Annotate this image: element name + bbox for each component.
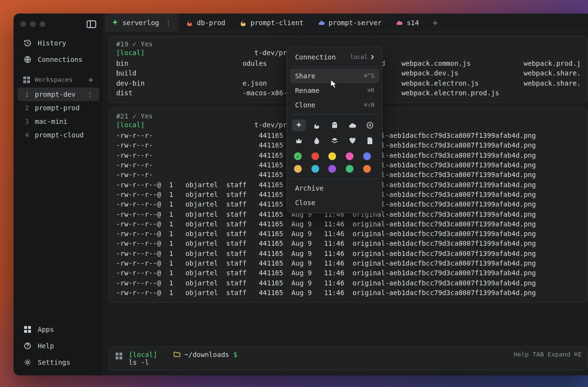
ctx-connection-label: Connection (295, 53, 336, 61)
color-swatch[interactable] (311, 165, 319, 173)
ctx-connection[interactable]: Connection local (290, 50, 379, 64)
sidebar-apps-label: Apps (38, 326, 54, 333)
sidebar: History Connections Workspaces + 1 promp… (14, 14, 103, 375)
ctx-archive[interactable]: Archive (290, 181, 379, 195)
file-icon[interactable] (363, 135, 377, 147)
sidebar-apps[interactable]: Apps (17, 321, 99, 338)
workspace-item[interactable]: 1 prompt-dev⋮ (17, 88, 99, 101)
svg-point-10 (27, 347, 28, 348)
prompt-local: [local] (116, 49, 145, 57)
toggle-sidebar-icon[interactable] (87, 20, 96, 28)
color-swatch[interactable] (363, 152, 371, 160)
command-input-bar[interactable]: [local] ~/downloads $ ls -l Help TAB Exp… (109, 346, 588, 371)
workspaces-header: Workspaces + (17, 68, 99, 88)
workspace-item[interactable]: 3 mac-mini (17, 115, 99, 128)
workspace-list: 1 prompt-dev⋮2 prompt-prod3 mac-mini4 pr… (17, 88, 99, 142)
more-icon[interactable]: ⋮ (87, 90, 93, 98)
max-dot[interactable] (40, 21, 45, 27)
svg-rect-2 (27, 76, 30, 79)
separator (291, 114, 378, 115)
tab-prompt-client[interactable]: prompt-client (233, 14, 310, 31)
cloud-icon (396, 19, 403, 26)
tab-prompt-server[interactable]: prompt-server (311, 14, 389, 31)
sidebar-settings-label: Settings (38, 358, 70, 366)
sidebar-settings[interactable]: Settings (17, 354, 99, 371)
add-workspace-button[interactable]: + (88, 74, 93, 85)
app-window: History Connections Workspaces + 1 promp… (14, 14, 588, 375)
ctx-rename[interactable]: Rename ⌘R (290, 83, 379, 98)
input-hints: Help TAB Expand ⌘E (514, 351, 582, 358)
tab-db-prod[interactable]: db-prod (179, 14, 232, 31)
tab-label: serverlog (122, 19, 159, 27)
compass-icon[interactable] (363, 119, 377, 131)
tab-label: prompt-client (250, 19, 304, 27)
prompt-local: [local] (116, 121, 145, 129)
ctx-item-label: Rename (295, 87, 320, 94)
sidebar-history-label: History (38, 39, 66, 47)
workspace-num: 2 (23, 104, 29, 112)
flame-icon (186, 19, 193, 26)
ghost-icon[interactable] (328, 119, 341, 131)
ctx-color-grid (290, 149, 379, 177)
block-number: #19 ✓ Yes (116, 40, 153, 48)
gear-icon (23, 358, 32, 367)
workspace-name: prompt-prod (35, 104, 80, 112)
globe-icon (23, 55, 32, 64)
color-swatch[interactable] (294, 152, 302, 160)
flame-icon (240, 19, 247, 26)
workspace-num: 1 (23, 90, 29, 98)
svg-rect-7 (24, 330, 27, 333)
apps-icon (23, 325, 32, 334)
crown-icon[interactable] (292, 135, 306, 147)
ctx-item-shortcut: ⌘^S (364, 73, 374, 79)
color-swatch[interactable] (328, 165, 336, 173)
ctx-share[interactable]: Share ⌘^S (290, 69, 379, 83)
svg-rect-1 (23, 76, 26, 79)
command-input-text[interactable]: [local] ~/downloads $ ls -l (129, 351, 508, 366)
droplet-icon[interactable] (310, 135, 323, 147)
sparkle-icon[interactable] (292, 119, 306, 131)
ctx-item-shortcut: ⌘⇧N (364, 102, 374, 108)
color-swatch[interactable] (311, 152, 319, 160)
workspace-item[interactable]: 2 prompt-prod (17, 101, 99, 115)
flame-icon[interactable] (310, 119, 323, 131)
sidebar-history[interactable]: History (17, 35, 99, 51)
heart-icon[interactable] (346, 135, 359, 147)
ctx-close[interactable]: Close (290, 195, 379, 210)
input-local: [local] (129, 351, 157, 358)
svg-rect-12 (116, 353, 118, 356)
sidebar-help[interactable]: Help (17, 338, 99, 354)
help-icon (23, 342, 32, 350)
svg-rect-6 (28, 326, 31, 329)
svg-point-16 (333, 124, 334, 125)
close-dot[interactable] (20, 21, 26, 27)
color-swatch[interactable] (346, 152, 353, 160)
new-tab-button[interactable]: + (426, 17, 443, 28)
ctx-clone[interactable]: Clone ⌘⇧N (290, 98, 379, 112)
workspace-num: 4 (23, 131, 29, 139)
grid-icon[interactable] (115, 352, 123, 360)
sidebar-connections-label: Connections (38, 56, 83, 63)
cloud-icon[interactable] (346, 119, 359, 131)
cloud-icon (318, 19, 325, 26)
color-swatch[interactable] (294, 165, 302, 173)
color-swatch[interactable] (346, 165, 353, 173)
min-dot[interactable] (30, 21, 36, 27)
tab-serverlog[interactable]: serverlog⋮ (105, 14, 178, 31)
svg-rect-14 (116, 357, 118, 359)
tab-label: db-prod (197, 19, 225, 27)
history-icon (23, 39, 32, 47)
ctx-item-label: Share (295, 72, 315, 80)
tab-menu-icon[interactable]: ⋮ (165, 19, 172, 27)
color-swatch[interactable] (328, 152, 336, 160)
ctx-icon-grid (290, 117, 379, 149)
window-traffic-lights[interactable] (20, 21, 45, 27)
workspace-item[interactable]: 4 prompt-cloud (17, 128, 99, 142)
sidebar-connections[interactable]: Connections (17, 51, 99, 68)
tab-context-menu: Connection local Share ⌘^SRename ⌘RClone… (287, 46, 382, 213)
svg-rect-3 (23, 80, 26, 83)
input-dollar: $ (233, 351, 237, 358)
tab-s14[interactable]: s14 (389, 14, 426, 31)
layers-icon[interactable] (328, 135, 341, 147)
color-swatch[interactable] (363, 165, 371, 173)
